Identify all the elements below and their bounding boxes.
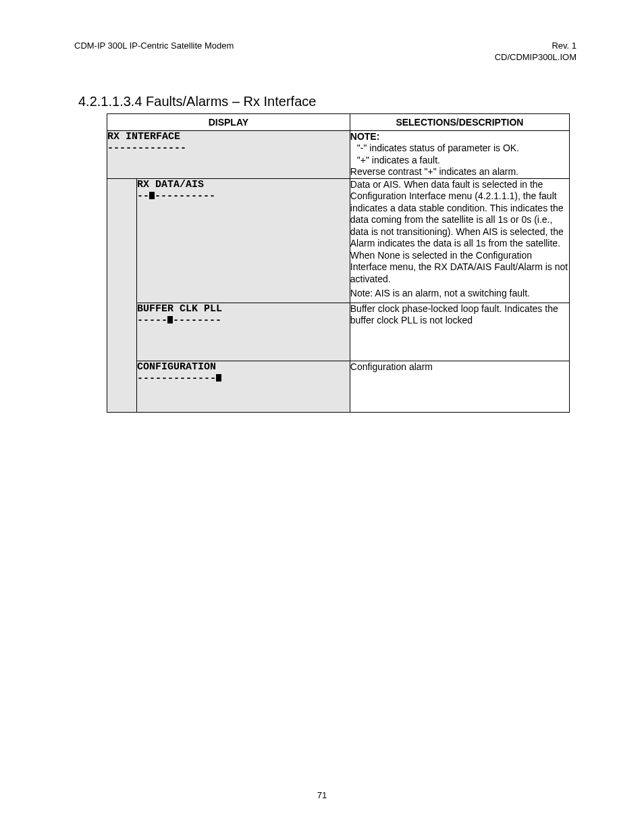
table-row: BUFFER CLK PLL-------------Buffer clock … — [107, 303, 570, 361]
lcd-display: RX DATA/AIS------------ — [137, 179, 350, 203]
page-header: CDM-IP 300L IP-Centric Satellite Modem R… — [74, 41, 576, 63]
description-text: Configuration alarm — [350, 361, 569, 373]
display-cell: BUFFER CLK PLL------------- — [137, 303, 350, 361]
display-cell: RX INTERFACE ------------- — [107, 130, 350, 178]
col-display: DISPLAY — [107, 113, 350, 130]
display-spacer — [107, 178, 137, 303]
header-right: Rev. 1 CD/CDMIP300L.IOM — [495, 41, 576, 63]
description-cell: Data or AIS. When data fault is selected… — [350, 178, 569, 303]
description-cell: Buffer clock phase-locked loop fault. In… — [350, 303, 569, 361]
lcd-display: RX INTERFACE ------------- — [107, 131, 350, 155]
table-row: RX DATA/AIS------------Data or AIS. When… — [107, 178, 570, 303]
header-left: CDM-IP 300L IP-Centric Satellite Modem — [74, 41, 234, 63]
display-spacer — [107, 361, 137, 413]
lcd-display: CONFIGURATION------------- — [137, 361, 350, 385]
description-text: Data or AIS. When data fault is selected… — [350, 179, 569, 286]
description-cell: Configuration alarm — [350, 361, 569, 413]
cursor-block-icon — [149, 192, 155, 199]
description-cell: NOTE:"-" indicates status of parameter i… — [350, 130, 569, 178]
display-spacer — [107, 303, 137, 361]
note-label: NOTE: — [350, 131, 569, 143]
cursor-block-icon — [216, 374, 221, 382]
faults-alarms-table: DISPLAY SELECTIONS/DESCRIPTION RX INTERF… — [107, 113, 570, 413]
section-heading: 4.2.1.1.3.4 Faults/Alarms – Rx Interface — [78, 94, 576, 109]
table-row: CONFIGURATION-------------Configuration … — [107, 361, 570, 413]
display-cell: CONFIGURATION------------- — [137, 361, 350, 413]
description-text: Buffer clock phase-locked loop fault. In… — [350, 303, 569, 327]
table-row: RX INTERFACE -------------NOTE:"-" indic… — [107, 130, 570, 178]
description-text: Note: AIS is an alarm, not a switching f… — [350, 288, 569, 300]
display-cell: RX DATA/AIS------------ — [137, 178, 350, 303]
lcd-display: BUFFER CLK PLL------------- — [137, 303, 350, 327]
cursor-block-icon — [167, 316, 173, 323]
col-desc: SELECTIONS/DESCRIPTION — [350, 113, 569, 130]
page-number: 71 — [0, 790, 644, 800]
